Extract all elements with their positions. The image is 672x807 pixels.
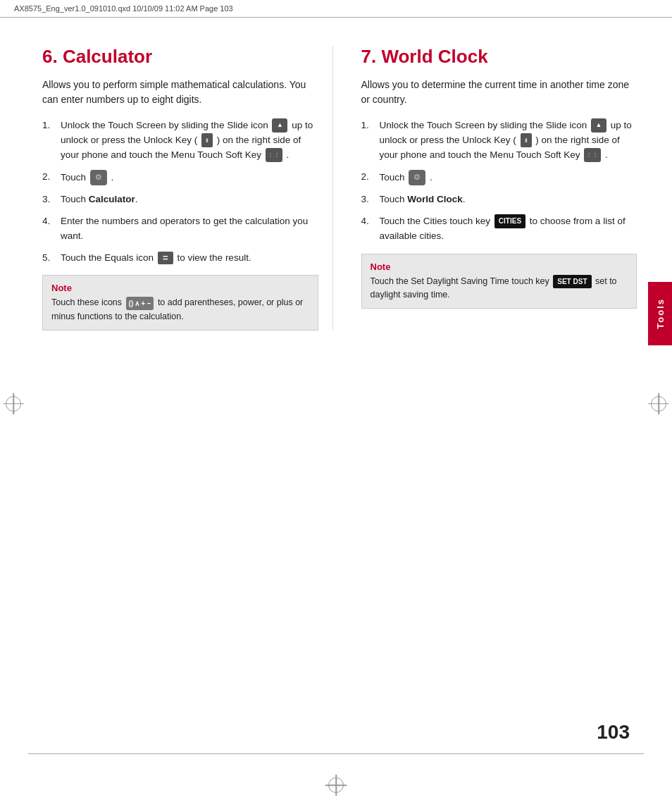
wc-step-num-4: 4. (361, 214, 375, 229)
unlock-key-icon-calc (201, 133, 213, 147)
calc-icons-row: () ∧ + – (126, 297, 154, 310)
cities-btn[interactable]: CITIES (494, 214, 525, 228)
tools-icon-wc (409, 170, 425, 185)
header-text: AX8575_Eng_ver1.0_091010.qxd 10/10/09 11… (14, 4, 233, 13)
calculator-note-title: Note (51, 283, 309, 293)
reg-mark-right (651, 396, 666, 412)
worldclock-step-1: 1. Unlock the Touch Screen by sliding th… (361, 118, 637, 163)
step-num-5: 5. (42, 251, 56, 266)
equals-icon-calc (158, 252, 173, 264)
step-text-3: Touch Calculator. (61, 192, 318, 207)
sidebar-tools: Tools (648, 282, 672, 345)
header-bar: AX8575_Eng_ver1.0_091010.qxd 10/10/09 11… (0, 0, 672, 18)
slide-icon-calc (272, 118, 287, 133)
worldclock-step-4: 4. Touch the Cities touch key CITIES to … (361, 214, 637, 244)
reg-mark-bottom (328, 777, 344, 793)
step-num-2: 2. (42, 170, 56, 185)
unlock-key-icon-wc (521, 133, 532, 147)
calculator-step-2: 2. Touch . (42, 170, 318, 185)
calculator-step-3: 3. Touch Calculator. (42, 192, 318, 207)
wc-step-num-2: 2. (361, 170, 375, 185)
slide-icon-wc (591, 118, 606, 133)
bottom-rule (28, 753, 644, 754)
calculator-title: 6. Calculator (42, 46, 318, 68)
worldclock-note-text: Touch the Set Daylight Saving Time touch… (371, 275, 628, 302)
calculator-step-4: 4. Enter the numbers and operators to ge… (42, 214, 318, 244)
worldclock-step-3: 3. Touch World Clock. (361, 192, 637, 207)
paren-icon: () (129, 298, 134, 309)
step-num-3: 3. (42, 192, 56, 207)
wc-step-text-2: Touch . (380, 170, 637, 185)
step-text-1: Unlock the Touch Screen by sliding the S… (61, 118, 318, 163)
worldclock-description: Allows you to determine the current time… (361, 78, 637, 107)
menu-soft-key-icon-calc (266, 148, 282, 162)
worldclock-steps: 1. Unlock the Touch Screen by sliding th… (361, 118, 637, 244)
reg-mark-left (6, 396, 21, 412)
calculator-note-text: Touch these icons () ∧ + – to add parent… (51, 296, 309, 323)
worldclock-note-title: Note (371, 261, 628, 272)
step-text-4: Enter the numbers and operators to get t… (61, 214, 318, 244)
step-num-1: 1. (42, 118, 56, 133)
calculator-bold-label: Calculator (89, 194, 135, 204)
page-number: 103 (597, 721, 630, 744)
calculator-steps: 1. Unlock the Touch Screen by sliding th… (42, 118, 318, 265)
calculator-note: Note Touch these icons () ∧ + – to add p… (42, 275, 318, 331)
wc-step-text-1: Unlock the Touch Screen by sliding the S… (380, 118, 637, 163)
tools-icon-calc (90, 170, 107, 185)
set-dst-btn[interactable]: SET DST (553, 275, 591, 288)
sidebar-tools-label: Tools (655, 298, 666, 329)
menu-soft-key-icon-wc (584, 148, 601, 162)
calculator-section: 6. Calculator Allows you to perform simp… (42, 46, 333, 331)
step-num-4: 4. (42, 214, 56, 229)
calculator-step-5: 5. Touch the Equals icon to view the res… (42, 251, 318, 266)
step-text-5: Touch the Equals icon to view the result… (61, 251, 318, 266)
worldclock-note: Note Touch the Set Daylight Saving Time … (361, 254, 637, 309)
worldclock-title: 7. World Clock (361, 46, 637, 68)
plusminus-icon: + – (141, 298, 151, 309)
wc-step-text-4: Touch the Cities touch key CITIES to cho… (380, 214, 637, 244)
wc-step-num-3: 3. (361, 192, 375, 207)
wc-step-text-3: Touch World Clock. (380, 192, 637, 207)
worldclock-step-2: 2. Touch . (361, 170, 637, 185)
step-text-2: Touch . (61, 170, 318, 185)
worldclock-bold-label: World Clock (407, 194, 463, 204)
calculator-description: Allows you to perform simple mathematica… (42, 78, 318, 107)
worldclock-section: 7. World Clock Allows you to determine t… (354, 46, 637, 331)
wc-step-num-1: 1. (361, 118, 375, 133)
calculator-step-1: 1. Unlock the Touch Screen by sliding th… (42, 118, 318, 163)
power-icon: ∧ (135, 298, 139, 309)
